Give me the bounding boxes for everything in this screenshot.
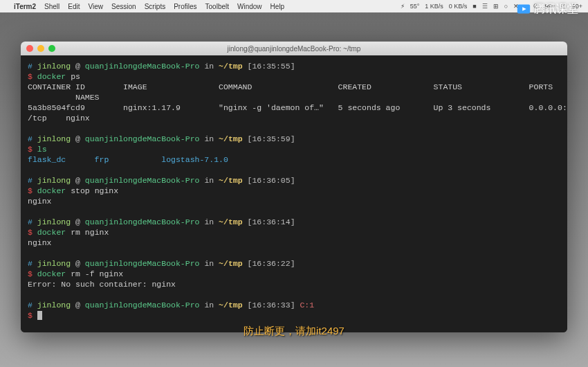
mac-menubar: iTerm2 Shell Edit View Session Scripts P…: [0, 0, 588, 12]
docker-ps-row: 5a3b8504fcd9 nginx:1.17.9 "nginx -g 'dae…: [28, 102, 560, 113]
status-icon: ☰: [482, 3, 488, 10]
status-net-down: 0 KB/s: [449, 3, 468, 10]
menu-shell[interactable]: Shell: [44, 3, 59, 10]
traffic-lights: [26, 45, 55, 52]
docker-ps-row2: /tcp nginx: [28, 113, 560, 123]
menu-help[interactable]: Help: [270, 3, 285, 10]
minimize-icon[interactable]: [37, 45, 44, 52]
status-icon: ⚡︎: [401, 3, 405, 10]
play-icon: [516, 1, 531, 17]
status-temp: 55°: [410, 3, 420, 10]
cursor-icon: [37, 311, 42, 320]
cmd-docker: docker: [37, 72, 66, 81]
video-subtitle: 防止断更，请加it2497: [0, 325, 588, 338]
docker-ps-header: CONTAINER ID IMAGE COMMAND CREATED STATU…: [28, 82, 560, 92]
menu-session[interactable]: Session: [111, 3, 136, 10]
terminal-window: jinlong@quanjinlongdeMacBook-Pro: ~/tmp …: [21, 42, 567, 332]
docker-ps-header2: NAMES: [28, 92, 560, 102]
menu-view[interactable]: View: [89, 3, 104, 10]
prompt-user: jinlong: [37, 62, 71, 71]
prompt-at: @: [75, 62, 80, 71]
cmd-ls: ls: [37, 145, 47, 154]
ls-output: flask_dc frp logstash-7.1.0: [28, 154, 560, 165]
status-icon: ⊞: [493, 3, 499, 10]
status-icon: ○: [504, 3, 508, 10]
cmd-args: ps: [71, 72, 80, 81]
menu-scripts[interactable]: Scripts: [145, 3, 166, 10]
prompt-in: in: [204, 62, 214, 71]
rm-output: nginx: [28, 238, 560, 248]
platform-watermark: 腾讯课堂: [516, 1, 578, 17]
watermark-text: 腾讯课堂: [534, 2, 578, 17]
window-titlebar[interactable]: jinlong@quanjinlongdeMacBook-Pro: ~/tmp: [21, 42, 567, 55]
status-icon: ■: [472, 3, 476, 10]
stop-output: nginx: [28, 196, 560, 206]
menu-toolbelt[interactable]: Toolbelt: [205, 3, 229, 10]
menu-edit[interactable]: Edit: [68, 3, 80, 10]
menu-window[interactable]: Window: [237, 3, 262, 10]
prompt-time: [16:35:55]: [248, 62, 295, 71]
zoom-icon[interactable]: [48, 45, 55, 52]
prompt-path: ~/tmp: [219, 62, 243, 71]
menu-profiles[interactable]: Profiles: [174, 3, 196, 10]
terminal-body[interactable]: # jinlong @ quanjinlongdeMacBook-Pro in …: [21, 55, 567, 332]
prompt-hash: #: [28, 62, 33, 71]
prompt-dollar: $: [28, 72, 33, 81]
prompt-exitcode: C:1: [300, 301, 314, 310]
rmf-output: Error: No such container: nginx: [28, 279, 560, 289]
window-title: jinlong@quanjinlongdeMacBook-Pro: ~/tmp: [21, 45, 567, 53]
prompt-host: quanjinlongdeMacBook-Pro: [85, 62, 200, 71]
menubar-app-name[interactable]: iTerm2: [14, 3, 36, 10]
close-icon[interactable]: [26, 45, 33, 52]
status-net-up: 1 KB/s: [425, 3, 443, 10]
